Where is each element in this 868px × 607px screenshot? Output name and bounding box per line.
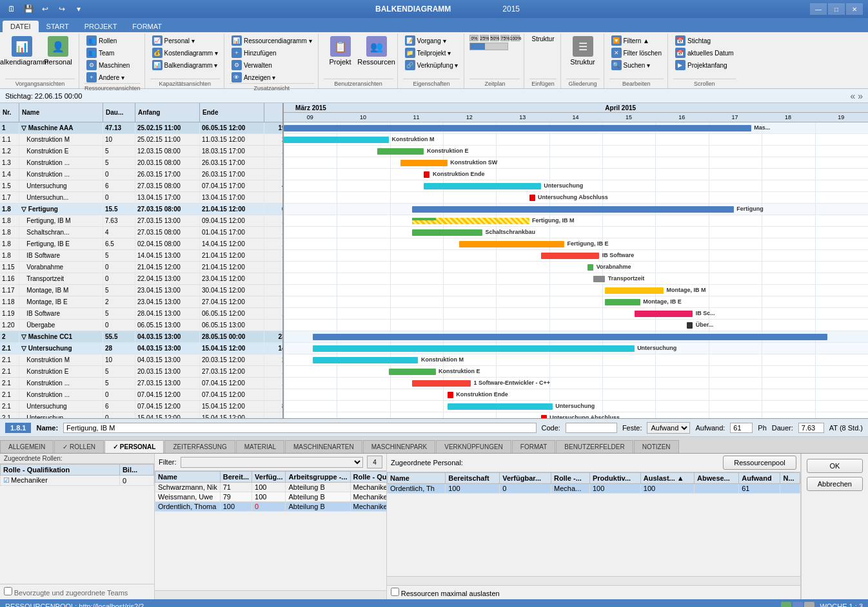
btn-teilprojekt[interactable]: 📁Teilprojekt ▾	[403, 47, 460, 59]
redo-btn[interactable]: ↪	[55, 3, 68, 15]
save-btn-qa[interactable]: 💾	[22, 3, 35, 15]
gantt-row[interactable]: 1.20 Übergabe 0 06.05.15 13:00 06.05.15 …	[0, 320, 282, 331]
gantt-row[interactable]: 1.16 Transportzeit 0 22.04.15 13:00 23.0…	[0, 273, 282, 285]
gantt-row[interactable]: 2.1 Untersuchun... 0 15.04.15 12:00 15.0…	[0, 412, 282, 418]
scroll-arrows[interactable]: « »	[851, 91, 863, 101]
undo-btn[interactable]: ↩	[39, 3, 52, 15]
gantt-row[interactable]: 1.8 Fertigung, IB E 6.5 02.04.15 08:00 1…	[0, 238, 282, 250]
btn-suchen[interactable]: 🔍Suchen ▾	[609, 59, 664, 71]
btn-verknupfung[interactable]: 🔗Verknüpfung ▾	[403, 59, 460, 71]
tab-format[interactable]: FORMAT	[124, 21, 170, 32]
assigned-row[interactable]: Ordentlich, Th 100 0 Mecha... 100 100 61	[388, 484, 800, 494]
btn-filtern[interactable]: 🔽Filtern ▲	[609, 35, 664, 46]
vgrid-line	[284, 366, 284, 377]
close-btn[interactable]: ✕	[846, 3, 863, 15]
tab-material[interactable]: MATERIAL	[236, 440, 284, 453]
personal-row[interactable]: Schwarzmann, Nik 71 100 Abteilung B Mech…	[155, 483, 387, 492]
month-label-apr: April 2015	[605, 104, 636, 111]
tab-notizen[interactable]: NOTIZEN	[634, 440, 679, 453]
gantt-row[interactable]: 2.1 Konstruktion ... 5 27.03.15 13:00 07…	[0, 378, 282, 389]
gantt-row[interactable]: 1.17 Montage, IB M 5 23.04.15 13:00 30.0…	[0, 285, 282, 296]
btn-verwalten[interactable]: ⚙Verwalten	[230, 59, 314, 71]
gantt-row[interactable]: 1.8 Fertigung, IB M 7.63 27.03.15 13:00 …	[0, 215, 282, 227]
teams-checkbox[interactable]	[4, 587, 12, 595]
btn-filter-loschen[interactable]: ✕Filter löschen	[609, 47, 664, 59]
feste-select[interactable]: Aufwand	[647, 422, 690, 434]
code-input[interactable]	[566, 423, 617, 433]
tab-maschinenpark[interactable]: MASCHINENPARK	[363, 440, 436, 453]
tab-projekt[interactable]: PROJEKT	[77, 21, 125, 32]
btn-personal-kap[interactable]: 📈Personal ▾	[150, 35, 220, 46]
tab-maschinenarten[interactable]: MASCHINENARTEN	[285, 440, 362, 453]
gantt-row[interactable]: 1.2 Konstruktion E 5 12.03.15 08:00 18.0…	[0, 146, 282, 157]
gantt-row[interactable]: 1.8 Schaltschran... 4 27.03.15 08:00 01.…	[0, 227, 282, 238]
tab-benutzerfelder[interactable]: BENUTZERFELDER	[556, 440, 633, 453]
assigned-table: Name Bereitschaft Verfügbar... Rolle -..…	[387, 472, 800, 494]
gantt-row[interactable]: 2.1 Untersuchung 6 07.04.15 12:00 15.04.…	[0, 401, 282, 412]
name-input[interactable]	[63, 423, 536, 433]
personal-row-selected[interactable]: Ordentlich, Thoma 100 0 Abteilung B Mech…	[155, 502, 387, 512]
dauer-input[interactable]	[798, 423, 824, 433]
btn-anzeigen[interactable]: 👁Anzeigen ▾	[230, 72, 314, 83]
btn-struktur[interactable]: Struktur	[529, 35, 556, 43]
personal-hscroll[interactable]	[155, 590, 386, 599]
qa-more[interactable]: ▾	[72, 3, 85, 15]
tab-start[interactable]: START	[39, 21, 77, 32]
tab-verknupfungen[interactable]: VERKNÜPFUNGEN	[436, 440, 511, 453]
btn-balkendiagramm[interactable]: 📊 Balkendiagramm	[5, 35, 39, 67]
gantt-row[interactable]: 1.4 Konstruktion ... 0 26.03.15 17:00 26…	[0, 169, 282, 180]
gantt-row[interactable]: 1.19 IB Software 5 28.04.15 13:00 06.05.…	[0, 308, 282, 320]
btn-vorgang[interactable]: 📝Vorgang ▾	[403, 35, 460, 46]
group-label-scrollen: Scrollen	[673, 79, 736, 87]
gantt-row[interactable]: 1.1 Konstruktion M 10 25.02.15 11:00 11.…	[0, 134, 282, 146]
btn-team[interactable]: 👥Team	[84, 47, 132, 59]
tab-zeiterfassung[interactable]: ZEITERFASSUNG	[164, 440, 235, 453]
tab-datei[interactable]: DATEI	[3, 21, 39, 32]
btn-kosten[interactable]: 💰Kostendiagramm ▾	[150, 47, 220, 59]
btn-ressourcendiagramm[interactable]: 📊Ressourcendiagramm ▾	[230, 35, 314, 46]
roles-row[interactable]: ☑Mechaniker 0	[1, 476, 154, 486]
gantt-row[interactable]: 2.1 Konstruktion M 10 04.03.15 13:00 20.…	[0, 354, 282, 366]
gantt-row[interactable]: 1.8 IB Software 5 14.04.15 13:00 21.04.1…	[0, 250, 282, 262]
gantt-row[interactable]: 1.18 Montage, IB E 2 23.04.15 13:00 27.0…	[0, 296, 282, 308]
btn-aktuelles-datum[interactable]: 📅aktuelles Datum	[673, 47, 736, 59]
btn-ressourcen[interactable]: 👥 Ressourcen	[360, 35, 393, 67]
btn-ressourcenpool[interactable]: Ressourcenpool	[723, 456, 796, 470]
gantt-row[interactable]: 1 ▽ Maschine AAA 47.13 25.02.15 11:00 06…	[0, 122, 282, 134]
gantt-row[interactable]: 1.5 Untersuchung 6 27.03.15 08:00 07.04.…	[0, 180, 282, 192]
filter-select[interactable]	[181, 457, 364, 468]
btn-abbrechen[interactable]: Abbrechen	[807, 477, 863, 491]
gantt-row[interactable]: 2 ▽ Maschine CC1 55.5 04.03.15 13:00 28.…	[0, 331, 282, 343]
btn-ok[interactable]: OK	[807, 459, 863, 473]
group-label-eigenschaften: Eigenschaften	[403, 79, 460, 87]
gantt-row[interactable]: 2.1 ▽ Untersuchung 28 04.03.15 13:00 15.…	[0, 343, 282, 354]
btn-projekt[interactable]: 📋 Projekt	[324, 35, 357, 67]
vgrid-line	[602, 169, 603, 180]
assigned-hscroll[interactable]	[387, 576, 800, 585]
maximize-btn[interactable]: □	[828, 3, 845, 15]
tab-rollen[interactable]: ✓ ROLLEN	[54, 440, 104, 453]
gantt-row[interactable]: 1.8 ▽ Fertigung 15.5 27.03.15 08:00 21.0…	[0, 204, 282, 215]
btn-rollen[interactable]: 👥Rollen	[84, 35, 132, 46]
tab-allgemein[interactable]: ALLGEMEIN	[0, 440, 54, 453]
btn-andere[interactable]: +Andere ▾	[84, 72, 132, 83]
tab-personal[interactable]: ✓ PERSONAL	[104, 440, 164, 453]
gantt-row[interactable]: 2.1 Konstruktion ... 0 07.04.15 12:00 07…	[0, 389, 282, 401]
personal-row[interactable]: Weissmann, Uwe 79 100 Abteilung B Mechan…	[155, 492, 387, 502]
gantt-row[interactable]: 1.3 Konstruktion ... 5 20.03.15 08:00 26…	[0, 157, 282, 169]
dialog-buttons: OK Abbrechen	[801, 454, 868, 599]
btn-balken-kap[interactable]: 📊Balkendiagramm ▾	[150, 59, 220, 71]
btn-projektanfang[interactable]: ▶Projektanfang	[673, 59, 736, 71]
btn-personal-large[interactable]: 👤 Personal	[41, 35, 75, 67]
gantt-row[interactable]: 2.1 Konstruktion E 5 20.03.15 13:00 27.0…	[0, 366, 282, 378]
gantt-row[interactable]: 1.15 Vorabnahme 0 21.04.15 12:00 21.04.1…	[0, 262, 282, 273]
ressourcen-maximal-checkbox[interactable]	[391, 588, 399, 596]
gantt-row[interactable]: 1.7 Untersuchun... 0 13.04.15 17:00 13.0…	[0, 192, 282, 204]
btn-maschinen[interactable]: ⚙Maschinen	[84, 59, 132, 71]
btn-hinzufugen[interactable]: +Hinzufügen	[230, 47, 314, 59]
btn-stichtag[interactable]: 📅Stichtag	[673, 35, 736, 46]
aufwand-input[interactable]	[730, 423, 753, 433]
tab-format[interactable]: FORMAT	[512, 440, 555, 453]
minimize-btn[interactable]: —	[810, 3, 827, 15]
btn-struktur-large[interactable]: ☰ Struktur	[566, 35, 600, 67]
